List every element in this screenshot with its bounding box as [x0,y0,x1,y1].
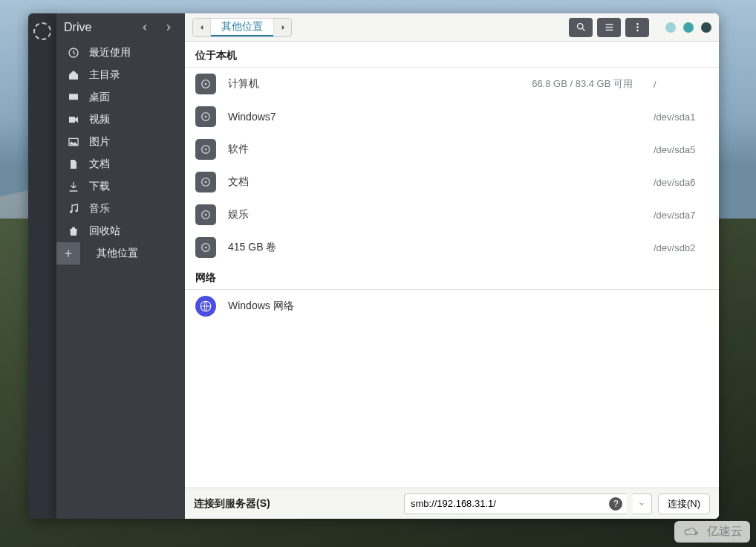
path-next-button[interactable] [273,19,291,36]
window-close-button[interactable] [701,22,711,33]
volume-row[interactable]: 415 GB 卷 /dev/sdb2 [185,231,719,264]
disk-icon [195,139,216,160]
home-icon [67,69,80,81]
view-list-button[interactable] [597,18,621,37]
toolbar: 其他位置 [185,13,719,42]
sidebar-item-desktop[interactable]: 桌面 [56,86,185,109]
window-body: 最近使用 主目录 桌面 视频 图片 文档 [56,42,719,519]
svg-point-9 [75,210,77,212]
plus-icon [56,242,80,265]
svg-point-1 [636,23,639,25]
network-row-windows[interactable]: Windows 网络 [185,290,719,323]
svg-point-15 [205,149,207,151]
sidebar-item-trash[interactable]: 回收站 [56,220,185,242]
volume-name: 文档 [228,175,249,189]
search-button[interactable] [569,18,593,37]
sidebar-item-label: 下载 [89,180,110,193]
sidebar-item-other-locations[interactable]: 其他位置 [56,242,185,265]
hamburger-menu-button[interactable] [625,18,649,37]
sidebar-item-music[interactable]: 音乐 [56,198,185,220]
connect-label: 连接到服务器(S) [194,497,270,511]
sidebar-item-label: 视频 [89,113,110,126]
download-icon [67,181,80,192]
volume-name: 415 GB 卷 [228,241,276,254]
sidebar-item-label: 其他位置 [97,247,138,260]
volume-row-computer[interactable]: 计算机 66.8 GB / 83.4 GB 可用 / [185,68,719,100]
disk-icon [195,172,216,192]
menu-dots-icon [632,22,643,33]
sidebar-item-pictures[interactable]: 图片 [56,131,185,153]
volume-mount-path: /dev/sda7 [654,210,706,221]
volume-row[interactable]: Windows7 /dev/sda1 [185,100,719,133]
system-dock [28,13,56,519]
volume-mount-path: /dev/sda5 [654,144,706,155]
main-content: 位于本机 计算机 66.8 GB / 83.4 GB 可用 / Windows7… [185,42,719,519]
server-history-dropdown[interactable] [633,493,652,514]
disk-icon [195,74,216,94]
image-icon [67,136,80,148]
titlebar: Drive 其他位置 [56,13,719,42]
sidebar-item-home[interactable]: 主目录 [56,64,185,86]
clock-icon [67,47,80,59]
svg-point-11 [205,83,207,85]
sidebar-item-videos[interactable]: 视频 [56,109,185,131]
svg-point-2 [636,26,639,28]
sidebar-item-recent[interactable]: 最近使用 [56,42,185,64]
svg-point-8 [70,210,72,213]
connect-to-server-bar: 连接到服务器(S) ? 连接(N) [185,488,719,519]
svg-point-21 [205,247,207,249]
path-prev-button[interactable] [193,19,211,36]
arrow-right-icon [163,22,174,33]
nav-back-button[interactable] [136,19,154,36]
sidebar-item-label: 桌面 [89,91,110,104]
svg-point-17 [205,181,207,184]
sidebar-item-label: 回收站 [89,224,120,238]
window-maximize-button[interactable] [683,22,694,33]
svg-rect-6 [69,117,75,123]
volume-row[interactable]: 娱乐 /dev/sda7 [185,198,719,231]
nav-forward-button[interactable] [160,19,177,36]
volume-row[interactable]: 软件 /dev/sda5 [185,133,719,166]
svg-point-13 [205,116,207,118]
connect-button[interactable]: 连接(N) [658,493,710,514]
section-header-network: 网络 [185,264,719,289]
server-address-input[interactable] [404,493,627,514]
svg-point-19 [205,214,207,216]
file-manager-window: Drive 其他位置 [56,13,719,519]
volume-mount-path: / [654,79,706,90]
places-sidebar: 最近使用 主目录 桌面 视频 图片 文档 [56,42,185,519]
volume-name: 软件 [228,143,249,156]
volume-row[interactable]: 文档 /dev/sda6 [185,166,719,198]
document-icon [67,158,80,170]
volume-mount-path: /dev/sdb2 [654,242,706,253]
chevron-down-icon [638,500,645,508]
window-minimize-button[interactable] [665,22,676,33]
volume-name: Windows7 [228,111,276,123]
disk-icon [195,237,216,258]
volume-mount-path: /dev/sda6 [654,177,706,188]
breadcrumb-current[interactable]: 其他位置 [211,19,273,36]
svg-rect-5 [69,94,78,100]
trash-icon [67,225,80,237]
sidebar-item-label: 文档 [89,158,110,171]
network-name: Windows 网络 [228,300,294,313]
disk-icon [195,106,216,127]
triangle-left-icon [198,24,206,31]
cloud-logo-icon [682,525,703,539]
ubuntu-logo-icon[interactable] [33,22,51,40]
video-icon [67,114,80,126]
watermark: 亿速云 [674,521,750,543]
watermark-text: 亿速云 [707,524,743,540]
volume-mount-path: /dev/sda1 [654,111,706,123]
desktop-icon [67,91,80,103]
search-icon [576,22,587,33]
volume-name: 计算机 [228,77,259,91]
list-view-icon [604,22,615,33]
sidebar-item-documents[interactable]: 文档 [56,153,185,175]
path-bar: 其他位置 [192,18,292,37]
svg-point-3 [636,30,639,32]
volume-name: 娱乐 [228,208,249,221]
sidebar-item-label: 最近使用 [89,46,131,59]
sidebar-item-downloads[interactable]: 下载 [56,175,185,198]
volume-usage: 66.8 GB / 83.4 GB 可用 [532,77,633,91]
